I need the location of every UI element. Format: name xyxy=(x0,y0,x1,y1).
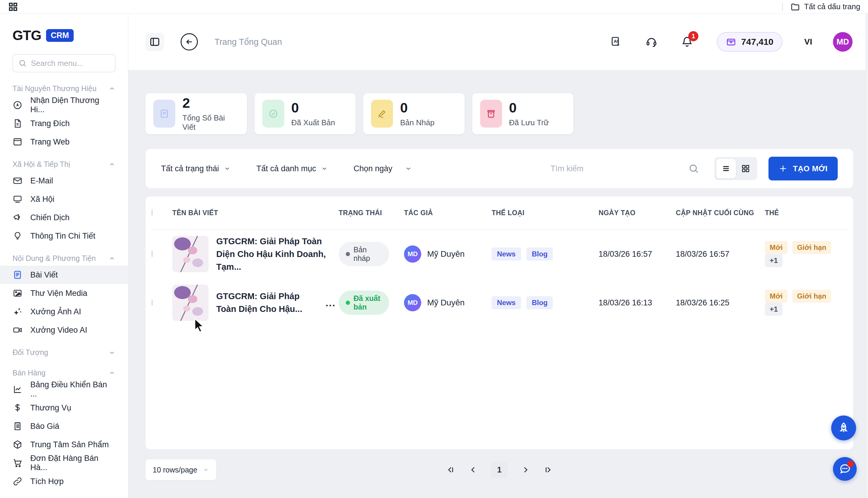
tag-overflow-badge[interactable]: +1 xyxy=(765,254,782,267)
sidebar-item-quotes[interactable]: Báo Giá xyxy=(0,417,128,435)
sidebar-item-media-library[interactable]: Thư Viện Media xyxy=(0,284,128,302)
search-icon xyxy=(18,59,27,67)
sidebar-section-sales[interactable]: Bán Hàng xyxy=(0,360,128,380)
current-page[interactable]: 1 xyxy=(491,461,508,478)
sidebar-item-insights[interactable]: Thông Tin Chi Tiết xyxy=(0,227,128,245)
language-selector[interactable]: VI xyxy=(804,37,812,47)
product-hub-icon xyxy=(12,440,23,450)
status-filter-dropdown[interactable]: Tất cả trạng thái xyxy=(161,164,231,173)
row-checkbox[interactable] xyxy=(152,251,153,257)
column-header[interactable]: TÁC GIẢ xyxy=(404,209,492,217)
column-header[interactable]: NGÀY TẠO xyxy=(599,209,676,217)
chevron-down-icon xyxy=(224,165,231,172)
credits-value: 747,410 xyxy=(741,37,773,47)
column-header[interactable]: THẺ xyxy=(765,209,847,217)
chat-notification-dot xyxy=(847,461,854,467)
table-search-input[interactable] xyxy=(550,164,688,173)
launcher-fab-button[interactable] xyxy=(831,416,856,441)
app-logo[interactable]: GTG CRM xyxy=(0,22,128,46)
category-filter-dropdown[interactable]: Tất cả danh mục xyxy=(256,164,328,173)
all-bookmarks-button[interactable]: Tất cả dấu trang xyxy=(790,2,860,12)
stats-row: 2 Tổng Số Bài Viết 0 Đã Xuất Bản xyxy=(145,93,573,134)
sidebar-search-input[interactable] xyxy=(31,59,99,68)
grid-view-button[interactable] xyxy=(736,159,755,178)
ai-video-studio-icon xyxy=(12,325,23,335)
category-tag: News xyxy=(492,296,521,309)
column-header[interactable]: TRẠNG THÁI xyxy=(339,209,404,217)
logo-crm-badge: CRM xyxy=(46,29,74,42)
table-row[interactable]: GTGCRM: Giải Pháp Toàn Diện Cho Hậu... .… xyxy=(152,278,847,327)
sidebar-item-brand-identity[interactable]: Nhận Diện Thương Hi... xyxy=(0,96,128,114)
sidebar-item-ai-video-studio[interactable]: Xưởng Video AI xyxy=(0,321,128,339)
select-all-checkbox[interactable] xyxy=(152,210,153,216)
view-toggle xyxy=(714,157,757,180)
sidebar-item-integrations[interactable]: Tích Hợp xyxy=(0,472,128,490)
apps-grid-icon[interactable] xyxy=(8,1,18,12)
sidebar-item-ai-image-studio[interactable]: Xưởng Ảnh AI xyxy=(0,302,128,321)
rows-per-page-select[interactable]: 10 rows/page xyxy=(145,459,216,480)
sidebar-search[interactable] xyxy=(12,54,116,73)
updated-date: 18/03/26 16:57 xyxy=(676,250,765,259)
row-more-actions-button[interactable]: ... xyxy=(326,297,336,309)
email-icon xyxy=(12,176,23,186)
column-header[interactable]: THỂ LOẠI xyxy=(492,209,599,217)
social-icon xyxy=(12,194,23,204)
tag-overflow-badge[interactable]: +1 xyxy=(765,303,782,316)
article-title[interactable]: GTGCRM: Giải Pháp Toàn Diện Cho Hậu Kinh… xyxy=(216,235,336,273)
create-new-button[interactable]: TẠO MỚI xyxy=(768,157,838,181)
created-date: 18/03/26 16:57 xyxy=(599,250,676,259)
sidebar-item-social[interactable]: Xã Hội xyxy=(0,190,128,208)
tag-badge: Giới hạn xyxy=(792,241,831,254)
sidebar-item-website[interactable]: Trang Web xyxy=(0,133,128,151)
row-checkbox[interactable] xyxy=(152,300,153,306)
sidebar-section-audiences[interactable]: Đối Tượng xyxy=(0,339,128,360)
chevron-down-icon xyxy=(108,349,116,356)
sidebar-item-articles[interactable]: Bài Viết xyxy=(0,266,128,284)
article-thumbnail xyxy=(172,236,208,272)
column-header[interactable]: CẬP NHẬT CUỐI CÙNG xyxy=(676,209,765,217)
sidebar-toggle-button[interactable] xyxy=(145,32,164,51)
sidebar-item-deals[interactable]: Thương Vụ xyxy=(0,398,128,417)
table-row[interactable]: GTGCRM: Giải Pháp Toàn Diện Cho Hậu Kinh… xyxy=(152,230,847,278)
last-page-icon[interactable] xyxy=(543,465,553,474)
sidebar-item-product-hub[interactable]: Trung Tâm Sản Phẩm xyxy=(0,435,128,454)
status-dot xyxy=(346,252,350,256)
next-page-icon[interactable] xyxy=(521,465,530,474)
status-dot xyxy=(346,301,350,305)
chat-fab-button[interactable] xyxy=(833,457,857,481)
column-header[interactable]: TÊN BÀI VIẾT xyxy=(172,209,339,217)
sidebar-section-social-marketing[interactable]: Xã Hội & Tiếp Thị xyxy=(0,151,128,172)
category-tag: News xyxy=(492,248,521,261)
notifications-button[interactable]: 1 xyxy=(680,35,694,48)
total-posts-icon xyxy=(153,100,175,128)
back-button[interactable] xyxy=(181,33,198,51)
deals-icon xyxy=(12,403,23,413)
user-avatar[interactable]: MD xyxy=(833,32,853,52)
wallet-icon xyxy=(726,37,737,47)
previous-page-icon[interactable] xyxy=(469,465,478,474)
list-view-button[interactable] xyxy=(716,159,736,178)
support-button[interactable] xyxy=(645,35,658,48)
credits-balance-pill[interactable]: 747,410 xyxy=(717,32,782,52)
sidebar-item-campaign[interactable]: Chiến Dịch xyxy=(0,208,128,227)
sidebar-item-landing-page[interactable]: Trang Đích xyxy=(0,114,128,133)
integrations-icon xyxy=(12,476,23,486)
grid-view-icon xyxy=(741,164,750,173)
sidebar-section-content-media[interactable]: Nội Dung & Phương Tiện xyxy=(0,245,128,266)
bookmarks-divider xyxy=(782,2,783,11)
svg-text:AI: AI xyxy=(614,39,618,44)
article-title[interactable]: GTGCRM: Giải Pháp Toàn Diện Cho Hậu... xyxy=(216,290,312,315)
page-title: Trang Tổng Quan xyxy=(215,37,282,47)
date-filter-dropdown[interactable]: Chọn ngày xyxy=(354,164,412,173)
sidebar-section-brand-resources[interactable]: Tài Nguyên Thương Hiệu xyxy=(0,75,128,96)
window-scrollbar[interactable] xyxy=(866,14,868,498)
sidebar-item-email[interactable]: E-Mail xyxy=(0,172,128,190)
tag-badge: Giới hạn xyxy=(792,290,831,303)
first-page-icon[interactable] xyxy=(446,465,455,474)
campaign-icon xyxy=(12,212,23,223)
sidebar-item-sales-dashboard[interactable]: Bảng Điều Khiển Bán ... xyxy=(0,380,128,398)
table-search[interactable] xyxy=(550,163,699,174)
arrow-left-icon xyxy=(185,37,194,46)
sidebar-item-sales-orders[interactable]: Đơn Đặt Hàng Bán Hà... xyxy=(0,454,128,472)
ai-assistant-button[interactable]: AI xyxy=(609,35,622,48)
